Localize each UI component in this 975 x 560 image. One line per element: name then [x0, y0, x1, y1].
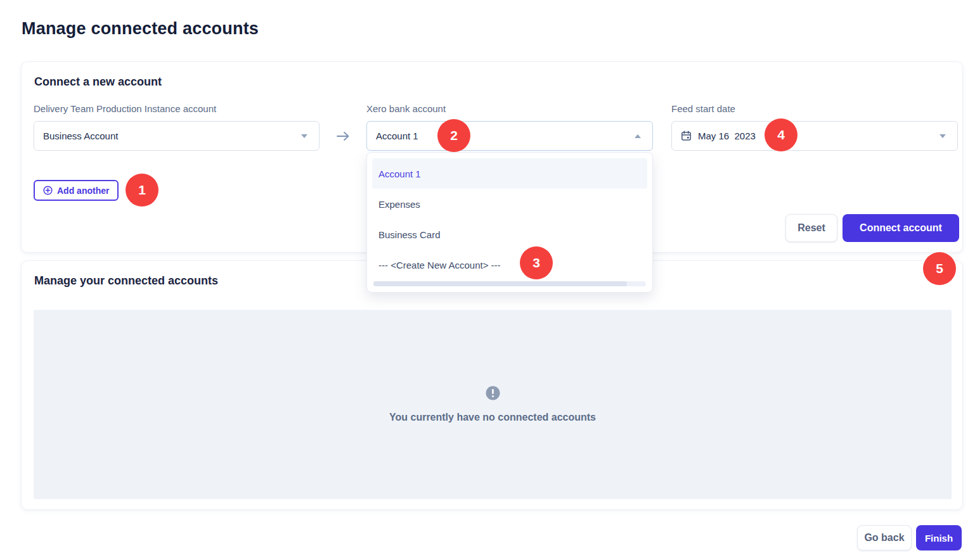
source-account-label: Delivery Team Production Instance accoun… [34, 103, 216, 114]
manage-connected-accounts-page: Manage connected accounts Connect a new … [0, 0, 975, 560]
annotation-badge-4: 4 [765, 118, 797, 151]
chevron-down-icon [939, 134, 946, 138]
source-account-select[interactable]: Business Account [34, 121, 320, 151]
xero-account-select[interactable]: Account 1 [366, 121, 653, 151]
calendar-icon [681, 130, 692, 141]
add-another-button[interactable]: Add another [34, 180, 119, 201]
page-title: Manage connected accounts [22, 19, 259, 39]
dropdown-option-business-card[interactable]: Business Card [372, 219, 647, 250]
add-another-label: Add another [57, 186, 109, 196]
annotation-badge-2: 2 [437, 119, 470, 152]
dropdown-scrollbar[interactable] [373, 281, 646, 286]
connect-card-title: Connect a new account [34, 75, 162, 89]
connect-new-account-card: Connect a new account Delivery Team Prod… [21, 61, 963, 253]
source-account-value: Business Account [43, 130, 118, 141]
scrollbar-thumb[interactable] [373, 281, 627, 286]
manage-card-title: Manage your connected accounts [34, 274, 218, 288]
reset-button[interactable]: Reset [785, 214, 837, 242]
go-back-button[interactable]: Go back [857, 525, 912, 550]
dropdown-option-expenses[interactable]: Expenses [372, 189, 647, 219]
feed-start-date-picker[interactable]: May 16 2023 [671, 121, 958, 151]
xero-account-dropdown: Account 1 Expenses Business Card --- <Cr… [366, 152, 653, 293]
empty-state-text: You currently have no connected accounts [389, 412, 596, 423]
dropdown-option-create-new-account[interactable]: --- <Create New Account> --- [372, 250, 647, 280]
plus-circle-icon [43, 186, 53, 195]
empty-state-panel: You currently have no connected accounts [34, 310, 952, 499]
chevron-down-icon [301, 134, 307, 138]
feed-start-date-label: Feed start date [671, 103, 735, 114]
alert-circle-icon [486, 386, 500, 400]
connect-account-button[interactable]: Connect account [843, 214, 959, 242]
xero-account-value: Account 1 [376, 130, 418, 141]
finish-button[interactable]: Finish [916, 525, 962, 550]
xero-account-label: Xero bank account [366, 103, 446, 114]
arrow-right-icon [330, 121, 356, 151]
annotation-badge-1: 1 [126, 174, 158, 207]
feed-start-date-value: May 16 2023 [698, 130, 756, 141]
manage-connected-accounts-card: Manage your connected accounts You curre… [21, 260, 963, 510]
dropdown-option-account-1[interactable]: Account 1 [372, 158, 647, 189]
chevron-up-icon [635, 134, 641, 138]
annotation-badge-3: 3 [520, 246, 553, 279]
annotation-badge-5: 5 [923, 252, 956, 285]
